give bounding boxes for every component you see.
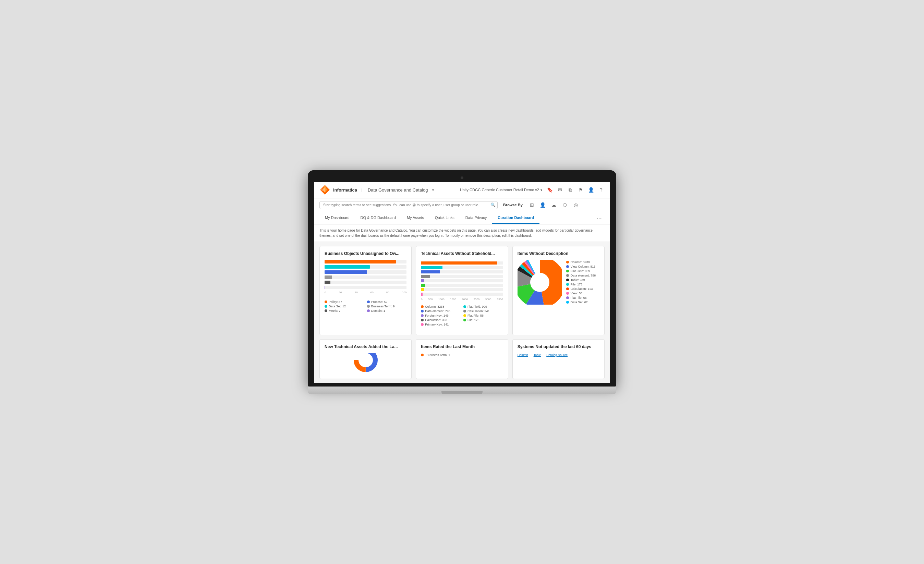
- business-objects-legend: Policy: 87 Process: 52 Data Set: 12: [325, 300, 406, 312]
- browse-cloud-icon[interactable]: ☁: [550, 201, 558, 208]
- tab-my-dashboard[interactable]: My Dashboard: [320, 212, 355, 224]
- h-bar-primarykey: [421, 288, 503, 291]
- svg-point-13: [530, 273, 549, 292]
- h-bar-chart: 0 500 1000 1500 2000 2500 3000 3500: [421, 260, 503, 302]
- help-icon[interactable]: ?: [598, 186, 604, 193]
- tab-data-privacy[interactable]: Data Privacy: [460, 212, 492, 224]
- widget-items-rated-title: Items Rated the Last Month: [421, 344, 503, 349]
- widget-technical-title: Technical Assets Without Stakehold...: [421, 251, 503, 256]
- widget-grid-bottom: New Technical Assets Added the La...: [320, 339, 604, 379]
- widget-technical-assets: Technical Assets Without Stakehold...: [416, 246, 508, 335]
- pie-chart-svg: [518, 260, 562, 304]
- search-input-wrap: 🔍: [320, 201, 498, 209]
- nav-more-button[interactable]: ⋯: [594, 212, 604, 224]
- svg-point-16: [361, 356, 370, 365]
- legend-metric: Metric: 7: [325, 309, 364, 312]
- logo-brand: Informatica: [333, 188, 357, 193]
- chart-axis: 0 20 40 60 80 100: [325, 291, 406, 294]
- header-right: Unity CDGC Generic Customer Retail Demo …: [460, 186, 604, 193]
- search-submit-icon[interactable]: 🔍: [490, 202, 496, 207]
- bookmark-icon[interactable]: 🔖: [546, 186, 553, 193]
- h-bar-flatfield: [421, 266, 503, 269]
- tab-my-assets[interactable]: My Assets: [401, 212, 429, 224]
- legend-process: Process: 52: [367, 300, 407, 304]
- bar-row-policy: [325, 260, 406, 264]
- widget-business-objects-title: Business Objects Unassigned to Ow...: [325, 251, 406, 256]
- widget-items-rated: Items Rated the Last Month Business Term…: [416, 339, 508, 379]
- widget-systems-not-updated: Systems Not updated the last 60 days Col…: [512, 339, 604, 379]
- legend-policy: Policy: 87: [325, 300, 364, 304]
- browse-table-icon[interactable]: ⊞: [528, 201, 536, 208]
- col-column[interactable]: Column: [518, 353, 528, 357]
- search-bar-area: 🔍 Browse By ⊞ 👤 ☁ ⬡ ◎: [314, 198, 610, 212]
- nav-tabs: My Dashboard DQ & DG Dashboard My Assets…: [314, 212, 610, 224]
- copy-icon[interactable]: ⧉: [567, 186, 574, 193]
- tab-dq-dg[interactable]: DQ & DG Dashboard: [355, 212, 401, 224]
- bar-row-domain: [325, 286, 406, 289]
- technical-legend: Column: 3238 Flat Field: 909 Data elemen…: [421, 305, 503, 326]
- logo-area: Informatica | Data Governance and Catalo…: [320, 184, 434, 195]
- widget-new-technical: New Technical Assets Added the La...: [320, 339, 412, 379]
- widget-items-without-desc: Items Without Description: [512, 246, 604, 335]
- h-bar-file: [421, 284, 503, 287]
- widget-new-tech-title: New Technical Assets Added the La...: [325, 344, 406, 349]
- browse-icons: ⊞ 👤 ☁ ⬡ ◎: [528, 201, 579, 208]
- laptop-base: [308, 387, 616, 394]
- pie-area: Column: 3238 View Column: 816 Flat Field…: [518, 260, 599, 304]
- pie-legend: Column: 3238 View Column: 816 Flat Field…: [566, 260, 596, 304]
- flag-icon[interactable]: ⚑: [577, 186, 584, 193]
- h-axis: 0 500 1000 1500 2000 2500 3000 3500: [421, 298, 503, 301]
- widget-systems-title: Systems Not updated the last 60 days: [518, 344, 599, 349]
- dashboard-description: This is your home page for Data Governan…: [314, 224, 610, 242]
- org-selector[interactable]: Unity CDGC Generic Customer Retail Demo …: [460, 188, 542, 192]
- logo-dropdown-chevron[interactable]: ▾: [432, 188, 434, 192]
- new-tech-chart: [352, 353, 380, 374]
- legend-bizterm: Business Term: 9: [367, 304, 407, 308]
- legend-dataset: Data Set: 12: [325, 304, 364, 308]
- tab-curation-dashboard[interactable]: Curation Dashboard: [492, 212, 540, 224]
- h-bar-dataelem: [421, 270, 503, 273]
- widget-items-desc-title: Items Without Description: [518, 251, 599, 256]
- informatica-logo: [320, 184, 330, 195]
- items-rated-legend: Business Term: 1: [426, 353, 450, 357]
- tab-quick-links[interactable]: Quick Links: [429, 212, 460, 224]
- browse-user-icon[interactable]: 👤: [539, 201, 547, 208]
- org-selector-chevron: ▾: [540, 188, 542, 192]
- bar-row-process: [325, 270, 406, 274]
- widget-grid-top: Business Objects Unassigned to Ow...: [320, 246, 604, 335]
- bar-row-bizterm: [325, 276, 406, 279]
- browse-scan-icon[interactable]: ◎: [572, 201, 579, 208]
- laptop-camera: [460, 177, 464, 179]
- browse-connect-icon[interactable]: ⬡: [561, 201, 568, 208]
- h-bar-column: [421, 261, 503, 264]
- widget-business-objects: Business Objects Unassigned to Ow...: [320, 246, 412, 335]
- bar-row-metric: [325, 280, 406, 284]
- bar-chart-business: 0 20 40 60 80 100: [325, 260, 406, 297]
- logo-app-name: Data Governance and Catalog: [368, 188, 428, 193]
- h-bar-flatfile: [421, 292, 503, 296]
- h-bar-foreignkey: [421, 279, 503, 282]
- header-icons: 🔖 ✉ ⧉ ⚑ 👤 ?: [546, 186, 604, 193]
- bar-row-dataset: [325, 265, 406, 268]
- col-table[interactable]: Table: [534, 353, 541, 357]
- browse-by-label: Browse By: [503, 203, 523, 207]
- col-catalog[interactable]: Catalog Source: [546, 353, 567, 357]
- search-input[interactable]: [320, 201, 498, 209]
- org-selector-label: Unity CDGC Generic Customer Retail Demo …: [460, 188, 539, 192]
- user-icon[interactable]: 👤: [588, 186, 594, 193]
- app-header: Informatica | Data Governance and Catalo…: [314, 182, 610, 198]
- mail-icon[interactable]: ✉: [556, 186, 564, 193]
- legend-domain: Domain: 1: [367, 309, 407, 312]
- main-content: Business Objects Unassigned to Ow...: [314, 242, 610, 383]
- h-bar-calc: [421, 275, 503, 278]
